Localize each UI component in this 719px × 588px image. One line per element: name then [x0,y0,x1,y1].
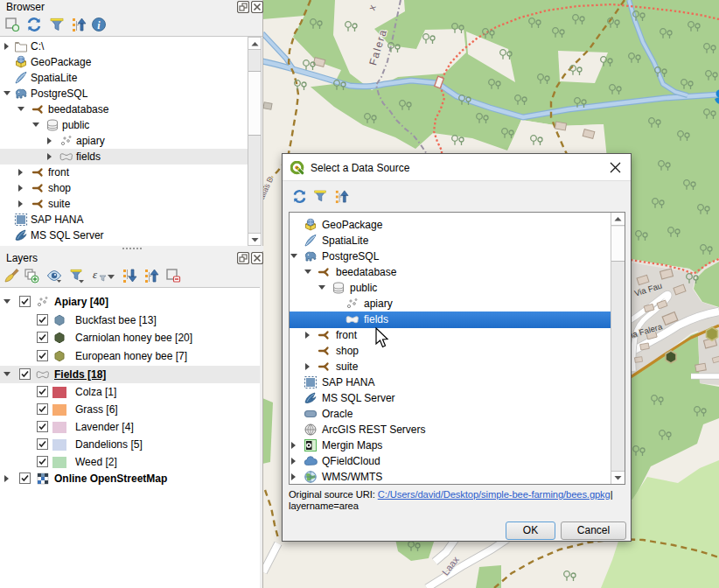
svg-text:ε: ε [93,268,98,281]
